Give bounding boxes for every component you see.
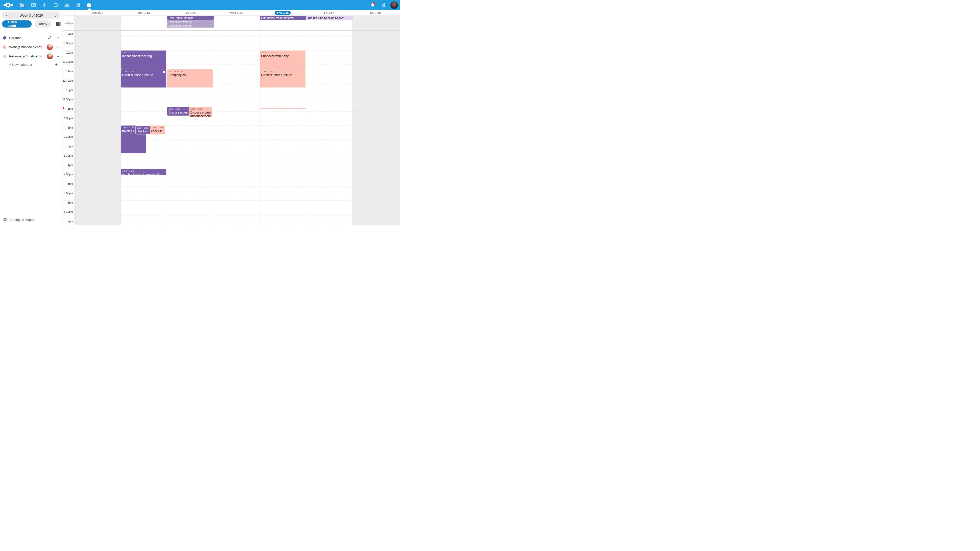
gear-icon — [3, 218, 7, 222]
day-header-sun[interactable]: Sun 1/12 — [74, 10, 121, 15]
today-pill: Thu 1/16 — [275, 11, 291, 15]
event-time: 1:00 - 1:30 — [169, 107, 189, 110]
current-time-line — [260, 108, 306, 108]
event[interactable]: 10:00 - 11:00Phonecall with Abby — [260, 51, 305, 69]
next-week-button[interactable]: › — [51, 11, 60, 19]
shared-by-avatar — [47, 53, 53, 59]
day-column-sat[interactable] — [352, 15, 399, 225]
day-header-tue[interactable]: Tue 1/14 — [167, 10, 213, 15]
photos-icon[interactable] — [27, 0, 39, 10]
time-label: 5pm — [68, 182, 73, 185]
day-column-thu[interactable] — [259, 15, 306, 225]
plus-icon: + — [55, 62, 58, 67]
nextcloud-logo[interactable] — [0, 2, 16, 8]
activity-icon[interactable] — [39, 0, 50, 10]
calendar-name: Work (Christine Schott) — [9, 45, 47, 49]
calendar-menu-button[interactable]: ••• — [55, 45, 60, 48]
allday-event[interactable]: Line dance training — [167, 24, 214, 27]
calendar-name: Personal (Christine Schott) — [9, 54, 47, 58]
event-title: Company call — [169, 73, 212, 77]
allday-event[interactable]: Line dance training — [167, 20, 214, 24]
event-time: 4:20 - 4:40 — [122, 170, 166, 173]
allday-event[interactable]: The Big Line Dancing Show!!! — [306, 16, 353, 20]
event-title: check-in — [137, 130, 149, 133]
event[interactable]: 4:20 - 4:40purchasing dept conversation — [121, 169, 167, 175]
time-label: 11:30am — [62, 79, 73, 82]
active-app-caret — [87, 8, 91, 10]
calendar-icon[interactable] — [84, 0, 95, 10]
today-button[interactable]: Today — [35, 21, 51, 27]
allday-event[interactable]: Line Dance Training — [167, 16, 214, 20]
event-title: Discuss project announcement — [190, 111, 212, 118]
event[interactable]: 1:00 - 1:30Discuss project announcement — [189, 107, 212, 118]
time-label: 7pm — [68, 220, 73, 223]
event-title: Discuss office furniture — [122, 73, 166, 77]
calendar-list-item[interactable]: Personal••• — [0, 33, 62, 42]
time-label: 1:30pm — [64, 117, 73, 120]
event-time: 2:00 - 2:30 — [137, 126, 149, 129]
day-header-sat[interactable]: Sat 1/18 — [352, 10, 399, 15]
new-calendar-button[interactable]: + New calendar+ — [0, 61, 62, 68]
reminder-bell-icon — [163, 70, 165, 75]
event-time: 2:00 - 2:30 — [151, 126, 164, 129]
allday-event[interactable]: Line dance main rehearsal — [260, 16, 307, 20]
notifications-bell-icon[interactable] — [368, 0, 377, 10]
time-label: 10am — [66, 51, 73, 54]
mail-icon[interactable] — [61, 0, 73, 10]
notification-badge — [373, 2, 375, 4]
time-label: 9:30am — [64, 41, 73, 44]
event[interactable]: 1:00 - 1:30Discuss project announcement — [167, 107, 189, 116]
share-link-icon[interactable] — [47, 36, 52, 40]
new-event-button[interactable]: + New event — [2, 21, 32, 27]
day-column-tue[interactable] — [167, 15, 213, 225]
event[interactable]: 10:00 - 11:00management meeting — [121, 51, 167, 69]
day-column-wed[interactable] — [213, 15, 260, 225]
day-header-fri[interactable]: Fri 1/17 — [306, 10, 352, 15]
event-title: management meeting — [122, 54, 166, 58]
previous-week-button[interactable]: ‹ — [2, 11, 11, 19]
event-title: Discuss office furniture — [261, 73, 305, 77]
event-time: 11:00 - 12:00 — [261, 70, 305, 73]
contacts-icon[interactable] — [73, 0, 84, 10]
time-label: 1pm — [68, 107, 73, 110]
day-column-sun[interactable] — [74, 15, 121, 225]
calendar-list-item[interactable]: Personal (Christine Schott)••• — [0, 52, 62, 61]
settings-import-button[interactable]: Settings & import — [0, 216, 38, 223]
event[interactable]: 2:00 - 2:30check-in — [150, 125, 165, 135]
day-header-thu[interactable]: Thu 1/16 — [259, 10, 306, 15]
event-title: check-in — [151, 129, 164, 133]
calendar-menu-button[interactable]: ••• — [55, 36, 60, 39]
day-header-mon[interactable]: Mon 1/13 — [121, 10, 167, 15]
time-label: 10:30am — [62, 60, 73, 63]
calendar-name: Personal — [9, 36, 47, 40]
time-label: 12pm — [66, 89, 73, 92]
nextcloud-calendar-app: ‹ Week 3 of 2020 › + New event Today Per… — [0, 0, 400, 225]
event-time: 11:00 - 12:00 — [122, 70, 166, 73]
calendar-color-dot — [3, 45, 6, 49]
calendar-menu-button[interactable]: ••• — [55, 55, 60, 58]
sidebar: ‹ Week 3 of 2020 › + New event Today Per… — [0, 10, 63, 225]
event[interactable]: 11:00 - 12:00Discuss office furniture — [260, 69, 305, 88]
talk-icon[interactable] — [50, 0, 61, 10]
event-time: 1:00 - 1:30 — [190, 107, 212, 110]
day-header-wed[interactable]: Wed 1/15 — [213, 10, 259, 15]
event[interactable]: 2:00 - 2:30check-in — [135, 125, 150, 135]
event[interactable]: 11:00 - 12:00Discuss office furniture — [121, 69, 167, 88]
scrollbar-gutter[interactable] — [399, 15, 401, 225]
topbar — [0, 0, 400, 10]
event-time: 10:00 - 11:00 — [261, 51, 305, 54]
files-icon[interactable] — [16, 0, 27, 10]
current-time-arrow — [63, 107, 65, 110]
calendar-list-item[interactable]: Work (Christine Schott)••• — [0, 42, 62, 52]
time-label: 4pm — [68, 164, 73, 167]
event-title: Phonecall with Abby — [261, 54, 305, 58]
day-column-mon[interactable] — [121, 15, 167, 225]
event[interactable]: 11:00 - 12:00Company call — [167, 69, 213, 88]
user-avatar[interactable] — [390, 0, 399, 10]
week-title[interactable]: Week 3 of 2020 — [11, 14, 51, 17]
day-column-fri[interactable] — [306, 15, 352, 225]
view-toggle-icon[interactable] — [56, 22, 61, 26]
settings-import-label: Settings & import — [10, 218, 35, 222]
contacts-menu-icon[interactable] — [379, 0, 388, 10]
time-label: 6pm — [68, 201, 73, 204]
